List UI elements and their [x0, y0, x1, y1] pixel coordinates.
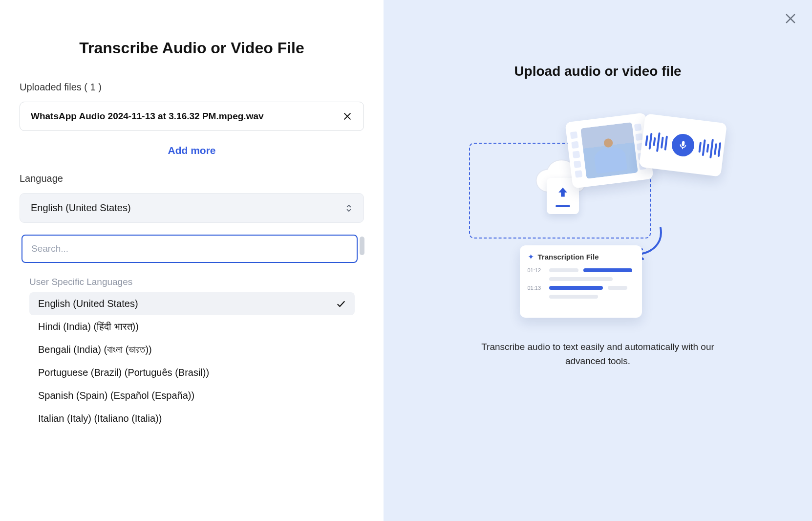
timestamp: 01:12 [528, 267, 544, 273]
language-group-header: User Specific Languages [2, 270, 363, 292]
timestamp: 01:13 [528, 285, 544, 291]
chevron-up-down-icon [345, 203, 353, 213]
language-option-label: Spanish (Spain) (Español (España)) [38, 390, 194, 401]
waveform-left [644, 131, 668, 153]
upload-arrow-icon [556, 186, 570, 202]
text-bar-highlight [583, 268, 632, 272]
close-dialog-button[interactable] [784, 12, 798, 26]
waveform-right [698, 137, 722, 159]
language-option-label: Portuguese (Brazil) (Português (Brasil)) [38, 367, 209, 378]
add-more-button[interactable]: Add more [20, 145, 364, 156]
language-option[interactable]: Spanish (Spain) (Español (España)) [29, 384, 355, 407]
language-select[interactable]: English (United States) [20, 193, 364, 223]
microphone-icon [670, 132, 695, 157]
language-option[interactable]: Hindi (India) (हिंदी भारत)) [29, 315, 355, 338]
language-option[interactable]: Italian (Italy) (Italiano (Italia)) [29, 407, 355, 430]
right-panel-description: Transcribe audio to text easily and auto… [466, 340, 730, 368]
language-option-label: English (United States) [38, 298, 138, 309]
text-bar-highlight [549, 286, 603, 290]
remove-file-button[interactable] [342, 111, 353, 122]
language-option[interactable]: English (United States) [29, 292, 355, 315]
video-card [565, 112, 653, 188]
uploaded-file-row: WhatsApp Audio 2024-11-13 at 3.16.32 PM.… [20, 102, 364, 131]
upload-underline [556, 205, 570, 207]
transcript-card: ✦ Transcription File 01:12 01:13 [520, 245, 642, 318]
dropdown-scrollbar[interactable] [360, 237, 364, 255]
language-option-label: Italian (Italy) (Italiano (Italia)) [38, 413, 162, 424]
right-panel-title: Upload audio or video file [514, 64, 681, 79]
upload-illustration: ✦ Transcription File 01:12 01:13 [466, 113, 730, 319]
language-label: Language [20, 173, 364, 184]
language-search-input[interactable] [31, 243, 348, 254]
check-icon [336, 299, 346, 309]
language-option-label: Hindi (India) (हिंदी भारत)) [38, 321, 139, 332]
transcript-card-title: Transcription File [538, 253, 599, 261]
audio-card [639, 113, 727, 177]
language-search-box [21, 235, 358, 263]
page-title: Transcribe Audio or Video File [20, 39, 364, 57]
sparkle-icon: ✦ [528, 252, 534, 261]
uploaded-files-label: Uploaded files ( 1 ) [20, 82, 364, 93]
language-option[interactable]: Bengali (India) (বাংলা (ভারত)) [29, 338, 355, 361]
text-bar [549, 268, 578, 272]
language-option-label: Bengali (India) (বাংলা (ভারত)) [38, 344, 152, 355]
left-panel: Transcribe Audio or Video File Uploaded … [0, 0, 384, 521]
language-dropdown: User Specific Languages English (United … [2, 235, 363, 440]
language-option[interactable]: Portuguese (Brazil) (Português (Brasil)) [29, 361, 355, 384]
video-frame [580, 122, 638, 179]
uploaded-file-name: WhatsApp Audio 2024-11-13 at 3.16.32 PM.… [31, 111, 264, 122]
language-select-value: English (United States) [31, 202, 131, 214]
right-panel: Upload audio or video file [384, 0, 812, 521]
